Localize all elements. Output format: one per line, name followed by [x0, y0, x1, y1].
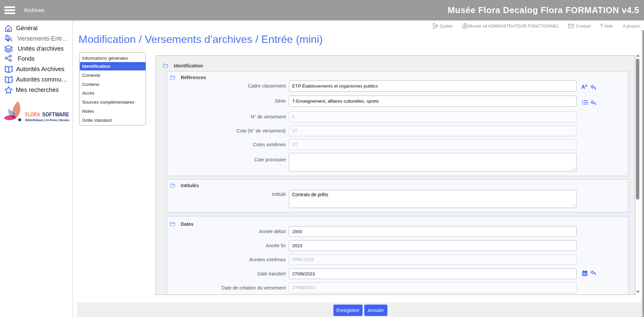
svg-text:FLORA: FLORA [25, 111, 40, 117]
svg-text:SOFTWARE: SOFTWARE [42, 111, 69, 117]
svg-text:Bibliothèques | Archives | Mus: Bibliothèques | Archives | Musées [25, 118, 69, 122]
